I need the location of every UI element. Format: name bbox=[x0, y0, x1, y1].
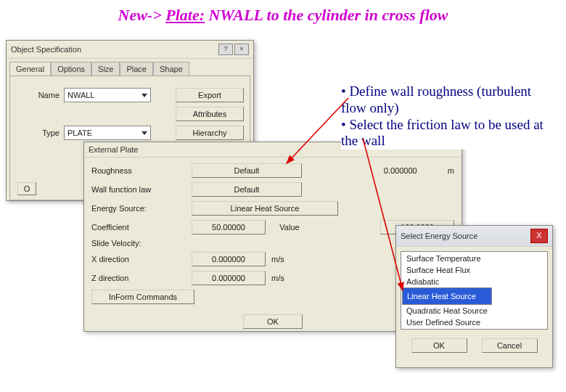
tab-size[interactable]: Size bbox=[91, 62, 120, 75]
titlebar: Object Specification ? × bbox=[7, 41, 253, 59]
list-item[interactable]: Quadratic Heat Source bbox=[402, 305, 546, 317]
zdir-unit: m/s bbox=[271, 274, 284, 282]
list-item[interactable]: User Defined Source bbox=[402, 317, 546, 328]
tab-shape[interactable]: Shape bbox=[153, 62, 189, 75]
list-item[interactable]: Surface Heat Flux bbox=[402, 264, 546, 276]
energy-row: Energy Source: Linear Heat Source bbox=[91, 201, 454, 216]
export-button[interactable]: Export bbox=[176, 88, 244, 102]
cancel-button[interactable]: Cancel bbox=[482, 338, 538, 353]
wallfn-button[interactable]: Default bbox=[192, 182, 302, 197]
roughness-unit: m bbox=[448, 166, 454, 175]
xdir-button[interactable]: 0.000000 bbox=[192, 252, 266, 266]
close-icon[interactable]: X bbox=[530, 229, 548, 243]
roughness-label: Roughness bbox=[91, 166, 186, 175]
help-button[interactable]: ? bbox=[218, 44, 233, 55]
list-item-selected[interactable]: Linear Heat Source bbox=[402, 287, 492, 305]
roughness-row: Roughness Default 0.000000 m bbox=[91, 163, 454, 178]
slidevel-label: Slide Velocity: bbox=[91, 239, 186, 248]
list-item[interactable]: Surface Temperature bbox=[402, 253, 546, 264]
energy-label: Energy Source: bbox=[91, 204, 186, 213]
zdir-button[interactable]: 0.000000 bbox=[192, 271, 266, 285]
close-button[interactable]: × bbox=[234, 44, 249, 55]
tab-strip: General Options Size Place Shape bbox=[7, 59, 253, 75]
tab-place[interactable]: Place bbox=[120, 62, 153, 75]
xdir-label: X direction bbox=[91, 255, 186, 264]
inform-commands-button[interactable]: InForm Commands bbox=[91, 290, 194, 304]
roughness-button[interactable]: Default bbox=[192, 163, 302, 178]
tab-general[interactable]: General bbox=[9, 62, 51, 75]
wallfn-row: Wall function law Default bbox=[91, 182, 454, 197]
chevron-down-icon bbox=[142, 131, 147, 135]
value-label: Value bbox=[271, 223, 308, 232]
hierarchy-button[interactable]: Hierarchy bbox=[176, 126, 244, 140]
window-title: Object Specification bbox=[11, 45, 81, 54]
energy-source-listbox[interactable]: Surface Temperature Surface Heat Flux Ad… bbox=[401, 251, 548, 330]
wallfn-label: Wall function law bbox=[91, 185, 186, 194]
annotation-notes: • Define wall roughness (turbulent flow … bbox=[341, 83, 551, 150]
titlebar: Select Energy Source X bbox=[396, 226, 552, 247]
window-title: Select Energy Source bbox=[401, 232, 477, 240]
tab-options[interactable]: Options bbox=[51, 62, 91, 75]
coeff-button[interactable]: 50.00000 bbox=[192, 220, 266, 234]
ok-button[interactable]: OK bbox=[243, 314, 303, 329]
zdir-label: Z direction bbox=[91, 274, 186, 282]
type-label: Type bbox=[16, 128, 60, 137]
select-energy-source-window: Select Energy Source X Surface Temperatu… bbox=[395, 225, 553, 368]
name-select[interactable]: NWALL bbox=[64, 88, 151, 102]
chevron-down-icon bbox=[142, 94, 147, 97]
type-select[interactable]: PLATE bbox=[64, 126, 151, 140]
energy-source-button[interactable]: Linear Heat Source bbox=[192, 201, 338, 216]
name-label: Name bbox=[16, 91, 60, 99]
xdir-unit: m/s bbox=[271, 255, 284, 264]
coeff-label: Coefficient bbox=[91, 223, 186, 232]
ok-button[interactable]: OK bbox=[411, 338, 467, 353]
slide-title: New-> Plate: NWALL to the cylinder in cr… bbox=[0, 0, 566, 28]
list-item[interactable]: Adiabatic bbox=[402, 276, 546, 287]
o-button[interactable]: O bbox=[17, 182, 36, 195]
attributes-button[interactable]: Attributes bbox=[176, 107, 244, 121]
window-title: External Plate bbox=[89, 145, 138, 154]
roughness-value: 0.000000 bbox=[384, 166, 442, 175]
